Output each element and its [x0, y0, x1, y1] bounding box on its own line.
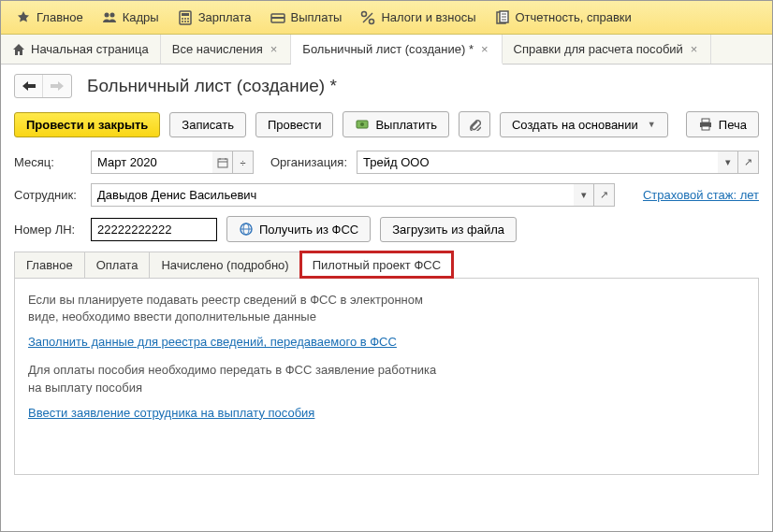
menu-salary[interactable]: Зарплата [168, 5, 261, 31]
nav-forward[interactable] [43, 75, 71, 97]
wallet-icon [270, 10, 285, 25]
svg-rect-22 [702, 119, 709, 122]
create-based-button[interactable]: Создать на основании▼ [500, 112, 668, 137]
post-button[interactable]: Провести [255, 112, 334, 137]
inner-tab-accrued[interactable]: Начислено (подробно) [149, 252, 300, 278]
svg-point-1 [109, 12, 114, 17]
month-field: ÷ [91, 151, 254, 174]
svg-point-4 [182, 18, 183, 20]
report-icon [495, 10, 510, 25]
get-fss-button[interactable]: Получить из ФСС [226, 216, 371, 242]
paperclip-icon [467, 117, 482, 132]
month-label: Месяц: [14, 155, 81, 169]
enter-statement-link[interactable]: Ввести заявление сотрудника на выплату п… [28, 406, 314, 420]
panel-text: Если вы планируете подавать реестр сведе… [28, 292, 440, 325]
tab-label: Все начисления [172, 42, 263, 56]
tabs-bar: Начальная страница Все начисления × Боль… [1, 35, 772, 65]
menu-label: Налоги и взносы [381, 10, 475, 24]
calendar-icon[interactable] [212, 151, 233, 174]
caret-down-icon: ▼ [648, 120, 656, 129]
page-title: Больничный лист (создание) * [87, 76, 337, 96]
org-label: Организация: [270, 155, 347, 169]
svg-point-0 [104, 12, 109, 17]
nav-back[interactable] [15, 75, 43, 97]
menu-payments[interactable]: Выплаты [261, 5, 352, 31]
inner-tab-pilot-fss[interactable]: Пилотный проект ФСС [300, 252, 453, 278]
inner-tab-payment[interactable]: Оплата [84, 252, 151, 278]
svg-point-8 [184, 21, 186, 22]
tab-label: Справки для расчета пособий [514, 42, 683, 56]
open-icon[interactable]: ↗ [738, 151, 759, 174]
attach-button[interactable] [459, 111, 490, 137]
emp-label: Сотрудник: [14, 188, 81, 202]
menu-reports[interactable]: Отчетность, справки [486, 5, 641, 31]
svg-rect-11 [271, 17, 284, 19]
month-input[interactable] [91, 151, 212, 174]
close-icon[interactable]: × [479, 42, 490, 56]
tab-certificates[interactable]: Справки для расчета пособий × [503, 35, 712, 64]
svg-rect-25 [218, 159, 227, 167]
emp-input[interactable] [91, 183, 574, 207]
inner-tabs: Главное Оплата Начислено (подробно) Пило… [14, 252, 759, 279]
menu-label: Зарплата [198, 10, 252, 24]
save-button[interactable]: Записать [169, 112, 246, 137]
org-field: ▾ ↗ [357, 151, 759, 174]
svg-point-9 [187, 21, 189, 22]
insurance-link[interactable]: Страховой стаж: лет [643, 188, 759, 202]
menu-label: Отчетность, справки [516, 10, 632, 24]
menu-main[interactable]: Главное [7, 5, 93, 31]
org-input[interactable] [357, 151, 718, 174]
inner-tab-main[interactable]: Главное [14, 252, 85, 278]
globe-icon [239, 222, 254, 237]
spinner-icon[interactable]: ÷ [233, 151, 254, 174]
print-button[interactable]: Печа [686, 111, 759, 137]
people-icon [102, 10, 117, 25]
nav-buttons [14, 74, 72, 98]
toolbar: Провести и закрыть Записать Провести Вып… [14, 111, 759, 137]
post-close-button[interactable]: Провести и закрыть [14, 112, 160, 137]
dropdown-icon[interactable]: ▾ [718, 151, 738, 174]
form-area: Больничный лист (создание) * Провести и … [1, 65, 772, 484]
close-icon[interactable]: × [689, 42, 700, 56]
pay-button[interactable]: Выплатить [343, 111, 449, 137]
menu-hr[interactable]: Кадры [93, 5, 168, 31]
dropdown-icon[interactable]: ▾ [574, 183, 594, 207]
tab-label: Больничный лист (создание) * [302, 42, 474, 56]
calculator-icon [178, 10, 193, 25]
emp-field: ▾ ↗ [91, 183, 615, 207]
svg-rect-3 [182, 13, 189, 16]
tab-sickleave[interactable]: Больничный лист (создание) * × [291, 35, 502, 65]
menu-taxes[interactable]: Налоги и взносы [351, 5, 485, 31]
top-menu: Главное Кадры Зарплата Выплаты Налоги и … [1, 1, 772, 35]
percent-icon [360, 10, 375, 25]
money-icon [355, 117, 370, 132]
menu-label: Выплаты [291, 10, 343, 24]
open-icon[interactable]: ↗ [594, 183, 615, 207]
printer-icon [698, 117, 713, 132]
svg-point-7 [182, 21, 183, 22]
tab-home[interactable]: Начальная страница [1, 35, 161, 64]
svg-point-6 [187, 18, 189, 20]
menu-label: Кадры [123, 10, 159, 24]
panel-pilot-fss: Если вы планируете подавать реестр сведе… [14, 279, 759, 475]
tab-label: Начальная страница [31, 42, 149, 56]
ln-label: Номер ЛН: [14, 223, 81, 237]
svg-line-14 [363, 13, 372, 22]
svg-point-13 [370, 19, 374, 23]
svg-point-21 [360, 122, 364, 126]
svg-point-5 [184, 18, 186, 20]
panel-text: Для оплаты пособия необходимо передать в… [28, 362, 440, 395]
svg-point-12 [362, 11, 367, 16]
fill-registry-link[interactable]: Заполнить данные для реестра сведений, п… [28, 335, 397, 349]
close-icon[interactable]: × [269, 42, 280, 56]
load-file-button[interactable]: Загрузить из файла [380, 217, 517, 242]
home-icon [12, 43, 25, 56]
ln-input[interactable] [91, 218, 217, 241]
star-icon [16, 10, 31, 25]
menu-label: Главное [36, 10, 83, 24]
tab-accruals[interactable]: Все начисления × [161, 35, 292, 64]
svg-rect-24 [702, 126, 709, 130]
